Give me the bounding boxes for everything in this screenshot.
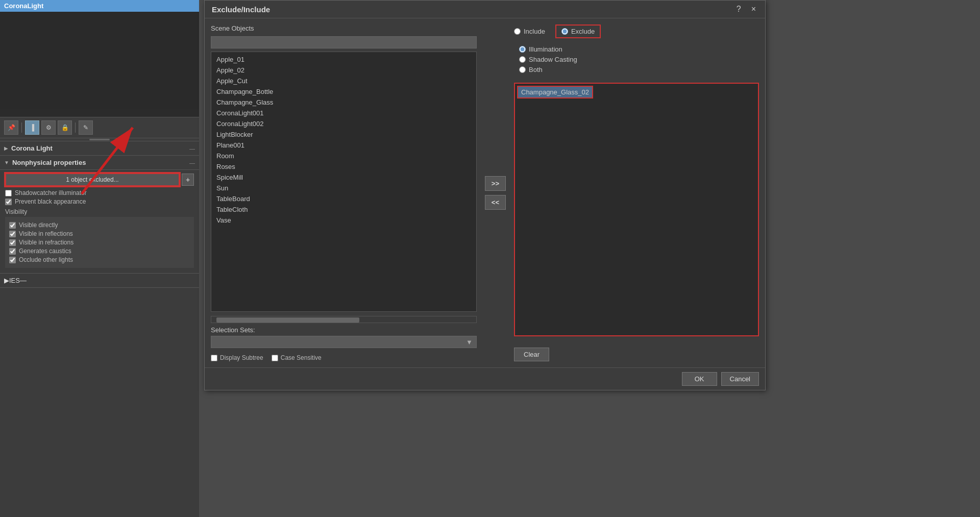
list-item[interactable]: TableCloth xyxy=(211,204,476,215)
list-item[interactable]: Champagne_Bottle xyxy=(211,86,476,97)
visible-refractions-label: Visible in refractions xyxy=(19,239,74,246)
visible-reflections-label: Visible in reflections xyxy=(19,230,73,237)
list-item[interactable]: Vase xyxy=(211,215,476,226)
lock-tool-btn[interactable]: 🔒 xyxy=(58,120,72,135)
visible-reflections-row: Visible in reflections xyxy=(9,230,190,237)
exclude-btn-row: 1 object excluded... + xyxy=(5,173,194,186)
scroll-thumb xyxy=(89,139,110,140)
shadowcatcher-label: Shadowcatcher illuminator xyxy=(15,189,87,196)
ies-arrow: ▶ xyxy=(4,277,9,284)
selection-sets-row: Selection Sets: ▼ xyxy=(211,326,477,348)
nonphysical-arrow: ▼ xyxy=(4,160,9,165)
ok-button[interactable]: OK xyxy=(682,372,717,386)
list-item[interactable]: Plane001 xyxy=(211,140,476,151)
object-list[interactable]: Apple_01Apple_02Apple_CutChampagne_Bottl… xyxy=(211,52,477,312)
list-item[interactable]: CoronaLight002 xyxy=(211,118,476,129)
plus-button[interactable]: + xyxy=(182,174,194,186)
scene-objects-label: Scene Objects xyxy=(211,24,477,32)
visible-reflections-checkbox[interactable] xyxy=(9,231,16,237)
occlude-lights-label: Occlude other lights xyxy=(19,256,73,263)
visible-refractions-row: Visible in refractions xyxy=(9,239,190,246)
prevent-black-checkbox[interactable] xyxy=(5,199,12,205)
include-exclude-row: Include Exclude xyxy=(514,24,759,38)
generates-caustics-row: Generates caustics xyxy=(9,248,190,255)
shadow-casting-label: Shadow Casting xyxy=(529,56,577,63)
list-item[interactable]: Apple_01 xyxy=(211,54,476,65)
add-to-excluded-btn[interactable]: >> xyxy=(485,176,506,191)
light-tool-btn[interactable]: ▐ xyxy=(25,120,39,135)
exclude-label: Exclude xyxy=(571,28,595,35)
illumination-radio[interactable] xyxy=(519,46,526,53)
nonphysical-content: 1 object excluded... + Shadowcatcher ill… xyxy=(0,170,199,274)
exclude-option[interactable]: Exclude xyxy=(555,24,601,38)
dialog-title: Exclude/Include xyxy=(212,5,270,14)
toolbar-row: 📌 ▐ ⚙ 🔒 ✎ xyxy=(0,117,199,138)
visible-directly-checkbox[interactable] xyxy=(9,222,16,229)
visibility-group: Visible directly Visible in reflections … xyxy=(5,217,194,268)
ies-pin: — xyxy=(20,277,27,284)
settings-tool-btn[interactable]: ⚙ xyxy=(41,120,56,135)
dropdown-wrapper: ▼ xyxy=(211,336,477,348)
scene-objects-col: Scene Objects Apple_01Apple_02Apple_CutC… xyxy=(211,24,477,361)
shadowcatcher-checkbox[interactable] xyxy=(5,190,12,196)
selection-sets-label: Selection Sets: xyxy=(211,326,477,334)
occlude-lights-checkbox[interactable] xyxy=(9,257,16,263)
prevent-black-row: Prevent black appearance xyxy=(5,198,194,205)
exclude-button[interactable]: 1 object excluded... xyxy=(5,173,180,186)
visible-refractions-checkbox[interactable] xyxy=(9,239,16,246)
generates-caustics-label: Generates caustics xyxy=(19,248,71,255)
shadow-casting-radio[interactable] xyxy=(519,56,526,63)
list-item[interactable]: Sun xyxy=(211,183,476,193)
dialog-footer: OK Cancel xyxy=(205,367,765,390)
case-sensitive-label: Case Sensitive xyxy=(281,354,322,361)
case-sensitive-checkbox[interactable] xyxy=(272,355,278,361)
corona-light-pin: — xyxy=(189,145,195,152)
include-radio[interactable] xyxy=(514,28,521,35)
preview-title: CoronaLight xyxy=(0,0,199,12)
dialog-wrapper: Exclude/Include ? × Scene Objects Apple_… xyxy=(199,0,980,517)
list-item[interactable]: Roses xyxy=(211,161,476,172)
cancel-button[interactable]: Cancel xyxy=(721,372,759,386)
corona-light-section-header[interactable]: ▶ Corona Light — xyxy=(0,141,199,156)
excluded-item: Champagne_Glass_02 xyxy=(518,87,592,97)
include-option[interactable]: Include xyxy=(514,28,545,35)
list-item[interactable]: Apple_02 xyxy=(211,65,476,76)
ies-section-header[interactable]: ▶ IES — xyxy=(0,274,199,288)
close-button[interactable]: × xyxy=(749,5,758,14)
visible-directly-row: Visible directly xyxy=(9,221,190,229)
both-option[interactable]: Both xyxy=(519,66,759,73)
left-panel: CoronaLight 📌 ▐ ⚙ 🔒 ✎ ▶ Corona Light — ▼… xyxy=(0,0,199,517)
right-options-col: Include Exclude Illumination Sh xyxy=(514,24,759,361)
preview-content xyxy=(0,12,199,109)
list-item[interactable]: SpiceMill xyxy=(211,172,476,183)
search-input[interactable] xyxy=(211,36,477,48)
list-item[interactable]: LightBlocker xyxy=(211,129,476,140)
both-label: Both xyxy=(529,66,543,73)
shadow-casting-option[interactable]: Shadow Casting xyxy=(519,56,759,63)
both-radio[interactable] xyxy=(519,66,526,73)
list-item[interactable]: Apple_Cut xyxy=(211,76,476,86)
clear-btn-row: Clear xyxy=(514,344,759,361)
exclude-radio[interactable] xyxy=(561,28,568,35)
remove-from-excluded-btn[interactable]: << xyxy=(485,195,506,210)
nonphysical-title: Nonphysical properties xyxy=(12,159,86,166)
list-item[interactable]: CoronaLight001 xyxy=(211,108,476,118)
shadowcatcher-row: Shadowcatcher illuminator xyxy=(5,189,194,196)
help-button[interactable]: ? xyxy=(734,5,743,14)
list-item[interactable]: Champagne_Glass xyxy=(211,97,476,108)
hscroll-bar[interactable] xyxy=(211,316,477,323)
pin-tool-btn[interactable]: 📌 xyxy=(4,120,18,135)
display-subtree-checkbox[interactable] xyxy=(211,355,217,361)
clear-button[interactable]: Clear xyxy=(514,348,549,361)
selection-sets-dropdown[interactable] xyxy=(211,336,477,348)
generates-caustics-checkbox[interactable] xyxy=(9,248,16,255)
occlude-lights-row: Occlude other lights xyxy=(9,256,190,263)
list-item[interactable]: Room xyxy=(211,151,476,161)
list-item[interactable]: TableBoard xyxy=(211,193,476,204)
tool-separator-2 xyxy=(75,122,76,133)
nonphysical-section-header[interactable]: ▼ Nonphysical properties — xyxy=(0,156,199,170)
edit-tool-btn[interactable]: ✎ xyxy=(79,120,93,135)
case-sensitive-item: Case Sensitive xyxy=(272,354,322,361)
illumination-option[interactable]: Illumination xyxy=(519,45,759,53)
dialog-body: Scene Objects Apple_01Apple_02Apple_CutC… xyxy=(205,18,765,367)
